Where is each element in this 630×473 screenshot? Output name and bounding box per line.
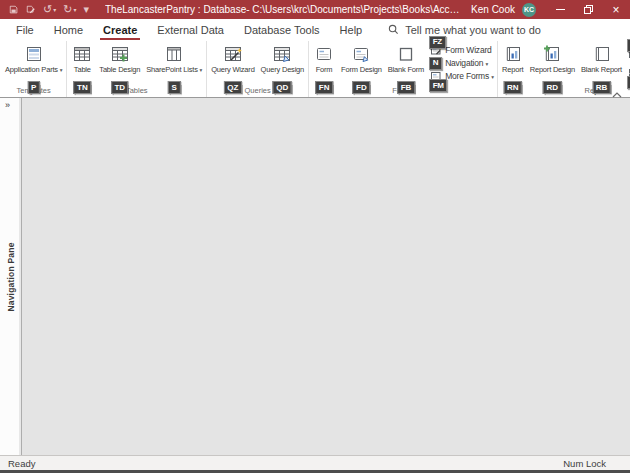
- form-design-button[interactable]: Form DesignFD: [338, 42, 385, 85]
- dropdown-arrow-icon: ▾: [60, 67, 63, 73]
- ribbon: Application Parts ▾PTemplatesTableTNTabl…: [0, 41, 630, 98]
- query-wizard-icon: [222, 44, 244, 64]
- form-wizard-button[interactable]: Form WizardFZ: [430, 44, 494, 56]
- sharepoint-lists-icon: [163, 44, 185, 64]
- sharepoint-lists-icon: [163, 44, 185, 64]
- button-label: Application Parts ▾: [5, 65, 62, 74]
- table-icon: [71, 44, 93, 64]
- button-label: Form Design: [341, 65, 382, 74]
- group-buttons: TableTNTable DesignTDSharePoint Lists ▾S: [67, 41, 206, 85]
- button-label: Blank Form: [388, 65, 424, 74]
- blank-report-button[interactable]: Blank ReportRB: [578, 42, 625, 85]
- form-design-icon: [350, 44, 372, 64]
- tab-external-data[interactable]: External Data: [147, 20, 234, 41]
- report-design-icon: [541, 44, 563, 64]
- form-button[interactable]: FormFN: [310, 42, 338, 85]
- search-icon: [388, 24, 399, 35]
- redo-icon: ↻: [63, 4, 72, 15]
- title-bar: ↺▾↻▾▾ TheLancasterPantry : Database- C:\…: [0, 0, 630, 19]
- blank-form-icon: [395, 44, 417, 64]
- table-design-icon: [109, 44, 131, 64]
- save-button[interactable]: [9, 5, 19, 15]
- form-icon: [313, 44, 335, 64]
- query-design-icon: [271, 44, 293, 64]
- button-label: Report Design: [530, 65, 575, 74]
- table-design-icon: [109, 44, 131, 64]
- keytip-FB: FB: [397, 81, 415, 94]
- tab-home[interactable]: Home: [44, 20, 93, 41]
- tabs: FileHomeCreateExternal DataDatabase Tool…: [6, 20, 372, 41]
- report-button[interactable]: ReportRN: [499, 42, 527, 85]
- table-design-button[interactable]: Table DesignTD: [96, 42, 143, 85]
- undo-button[interactable]: ↺▾: [43, 4, 56, 15]
- small-button-stack: Form WizardFZNavigation ▾NMore Forms ▾FM: [427, 42, 496, 85]
- avatar[interactable]: KC: [522, 3, 536, 17]
- sharepoint-lists-button[interactable]: SharePoint Lists ▾S: [143, 42, 205, 85]
- redo-button[interactable]: ↻▾: [63, 4, 76, 15]
- dropdown-arrow-icon: ▾: [200, 67, 203, 73]
- navigation-button[interactable]: Navigation ▾N: [430, 57, 494, 69]
- account-name[interactable]: Ken Cook: [471, 4, 515, 15]
- customize-qat-button[interactable]: ▾: [83, 4, 89, 15]
- keytip-FM: FM: [429, 79, 447, 92]
- tab-create[interactable]: Create: [93, 20, 147, 41]
- dropdown-arrow-icon: ▾: [53, 7, 56, 13]
- table-icon: [71, 44, 93, 64]
- tab-file[interactable]: File: [6, 20, 44, 41]
- customize-qat-icon: ▾: [83, 4, 89, 15]
- collapse-ribbon-button[interactable]: [612, 85, 624, 95]
- status-text: Ready: [8, 458, 35, 469]
- button-label: Report: [502, 65, 523, 74]
- save-as-icon: [26, 5, 36, 15]
- form-design-icon: [350, 44, 372, 64]
- button-label: Table: [74, 65, 91, 74]
- search-label: Tell me what you want to do: [405, 24, 541, 36]
- numlock-indicator: Num Lock: [563, 458, 606, 469]
- expand-pane-icon[interactable]: »: [0, 98, 21, 110]
- dropdown-arrow-icon: ▾: [491, 74, 494, 80]
- group-buttons: Query WizardQZQuery DesignQD: [207, 41, 308, 85]
- button-label: Blank Report: [581, 65, 622, 74]
- blank-form-button[interactable]: Blank FormFB: [385, 42, 427, 85]
- keytip-RD: RD: [543, 81, 562, 94]
- query-design-button[interactable]: Query DesignQD: [258, 42, 307, 85]
- minimize-button[interactable]: [546, 0, 574, 19]
- group-buttons: Application Parts ▾P: [1, 41, 66, 85]
- keytip-FZ: FZ: [429, 36, 445, 49]
- application-parts-icon: [23, 44, 45, 64]
- application-parts-button[interactable]: Application Parts ▾P: [2, 42, 65, 85]
- ribbon-group-tables: TableTNTable DesignTDSharePoint Lists ▾S…: [67, 41, 207, 97]
- save-as-button[interactable]: [26, 5, 36, 15]
- ribbon-group-queries: Query WizardQZQuery DesignQDQueries: [207, 41, 309, 97]
- dropdown-arrow-icon: ▾: [485, 61, 488, 67]
- report-icon: [502, 44, 524, 64]
- group-buttons: FormFNForm DesignFDBlank FormFBForm Wiza…: [309, 41, 497, 85]
- report-design-button[interactable]: Report DesignRD: [527, 42, 578, 85]
- window-title: TheLancasterPantry : Database- C:\Users\…: [105, 4, 463, 15]
- blank-report-icon: [591, 44, 613, 64]
- keytip-S: S: [168, 81, 180, 94]
- close-button[interactable]: ×: [602, 0, 630, 19]
- keytip-TD: TD: [111, 81, 129, 94]
- blank-report-icon: [591, 44, 613, 64]
- dropdown-arrow-icon: ▾: [73, 7, 76, 13]
- restore-button[interactable]: [574, 0, 602, 19]
- button-label: Query Wizard: [211, 65, 254, 74]
- report-design-icon: [541, 44, 563, 64]
- query-design-icon: [271, 44, 293, 64]
- ribbon-group-templates: Application Parts ▾PTemplates: [1, 41, 67, 97]
- button-label: SharePoint Lists ▾: [146, 65, 202, 74]
- button-label: Navigation ▾: [445, 58, 488, 68]
- chevron-up-icon: [612, 91, 622, 99]
- ribbon-group-label: Queries: [207, 85, 308, 97]
- more-forms-button[interactable]: More Forms ▾FM: [430, 70, 494, 82]
- tab-database-tools[interactable]: Database Tools: [234, 20, 330, 41]
- navigation-pane-collapsed[interactable]: » Navigation Pane: [0, 98, 22, 455]
- tab-help[interactable]: Help: [330, 20, 373, 41]
- group-buttons: ReportRNReport DesignRDBlank ReportRBRep…: [498, 41, 630, 85]
- search-icon: [388, 24, 399, 37]
- query-wizard-button[interactable]: Query WizardQZ: [208, 42, 257, 85]
- tell-me-search[interactable]: Tell me what you want to do: [388, 24, 541, 37]
- button-label: Form: [316, 65, 333, 74]
- table-button[interactable]: TableTN: [68, 42, 96, 85]
